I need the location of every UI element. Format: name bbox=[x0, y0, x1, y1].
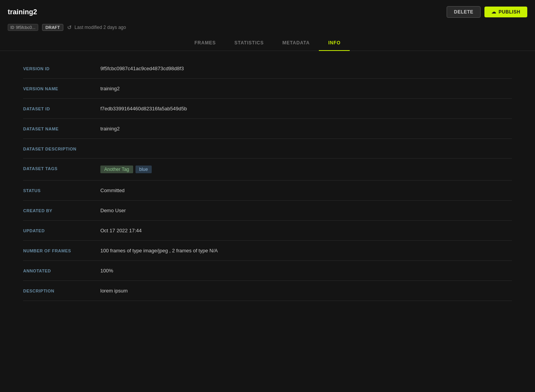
description-value: lorem ipsum bbox=[100, 288, 512, 294]
modified-label: Last modified 2 days ago bbox=[74, 25, 126, 30]
id-label: ID bbox=[10, 25, 14, 30]
delete-button[interactable]: DELETE bbox=[447, 6, 481, 18]
status-label: STATUS bbox=[23, 188, 100, 193]
version-name-value: training2 bbox=[100, 86, 512, 91]
dataset-description-row: DATASET DESCRIPTION bbox=[23, 139, 512, 159]
description-row: DESCRIPTION lorem ipsum bbox=[23, 281, 512, 301]
dataset-id-label: DATASET ID bbox=[23, 106, 100, 111]
dataset-name-label: DATASET NAME bbox=[23, 126, 100, 131]
created-by-row: CREATED BY Demo User bbox=[23, 201, 512, 221]
tags-container: Another Tag blue bbox=[100, 166, 512, 173]
number-of-frames-value: 100 frames of type image/jpeg , 2 frames… bbox=[100, 248, 512, 253]
version-id-value: 9f5fcbc0987c41ac9ced4873cd98d8f3 bbox=[100, 66, 512, 71]
publish-label: PUBLISH bbox=[499, 9, 520, 15]
created-by-label: CREATED BY bbox=[23, 208, 100, 213]
sub-header: ID 9f5fcbc0... DRAFT ↺ Last modified 2 d… bbox=[0, 24, 535, 35]
info-content: VERSION ID 9f5fcbc0987c41ac9ced4873cd98d… bbox=[0, 51, 535, 309]
tab-info[interactable]: INFO bbox=[319, 35, 350, 51]
top-bar-left: training2 bbox=[8, 8, 37, 16]
updated-row: UPDATED Oct 17 2022 17:44 bbox=[23, 221, 512, 241]
version-id-row: VERSION ID 9f5fcbc0987c41ac9ced4873cd98d… bbox=[23, 59, 512, 79]
modified-text: ↺ Last modified 2 days ago bbox=[67, 24, 126, 30]
updated-label: UPDATED bbox=[23, 228, 100, 233]
tag-blue[interactable]: blue bbox=[135, 166, 152, 173]
clock-icon: ↺ bbox=[67, 24, 72, 30]
info-table: VERSION ID 9f5fcbc0987c41ac9ced4873cd98d… bbox=[23, 59, 512, 301]
status-value: Committed bbox=[100, 188, 512, 193]
dataset-name-row: DATASET NAME training2 bbox=[23, 119, 512, 139]
version-name-label: VERSION NAME bbox=[23, 86, 100, 91]
annotated-value: 100% bbox=[100, 268, 512, 274]
top-bar-right: DELETE ☁ PUBLISH bbox=[447, 6, 527, 18]
dataset-id-value: f7edb3399164460d82316fa5ab549d5b bbox=[100, 106, 512, 112]
dataset-id-row: DATASET ID f7edb3399164460d82316fa5ab549… bbox=[23, 99, 512, 119]
tab-statistics[interactable]: STATISTICS bbox=[225, 35, 273, 51]
id-value: 9f5fcbc0... bbox=[16, 25, 36, 30]
annotated-row: ANNOTATED 100% bbox=[23, 261, 512, 281]
tab-frames[interactable]: FRAMES bbox=[185, 35, 225, 51]
version-name-row: VERSION NAME training2 bbox=[23, 79, 512, 99]
dataset-name-value: training2 bbox=[100, 126, 512, 132]
dataset-tags-row: DATASET TAGS Another Tag blue bbox=[23, 159, 512, 181]
dataset-tags-label: DATASET TAGS bbox=[23, 166, 100, 171]
updated-value: Oct 17 2022 17:44 bbox=[100, 228, 512, 233]
tab-metadata[interactable]: METADATA bbox=[273, 35, 319, 51]
tabs-bar: FRAMES STATISTICS METADATA INFO bbox=[0, 35, 535, 51]
tag-another-tag[interactable]: Another Tag bbox=[100, 166, 133, 173]
description-label: DESCRIPTION bbox=[23, 288, 100, 293]
top-bar: training2 DELETE ☁ PUBLISH bbox=[0, 0, 535, 24]
draft-badge: DRAFT bbox=[42, 24, 63, 31]
upload-icon: ☁ bbox=[491, 9, 496, 15]
created-by-value: Demo User bbox=[100, 208, 512, 213]
version-id-label: VERSION ID bbox=[23, 66, 100, 71]
id-badge: ID 9f5fcbc0... bbox=[8, 24, 38, 31]
dataset-description-label: DATASET DESCRIPTION bbox=[23, 146, 100, 151]
number-of-frames-row: NUMBER OF FRAMES 100 frames of type imag… bbox=[23, 241, 512, 261]
status-row: STATUS Committed bbox=[23, 181, 512, 201]
dataset-tags-value: Another Tag blue bbox=[100, 166, 512, 173]
annotated-label: ANNOTATED bbox=[23, 268, 100, 273]
number-of-frames-label: NUMBER OF FRAMES bbox=[23, 248, 100, 253]
page-title: training2 bbox=[8, 8, 37, 16]
publish-button[interactable]: ☁ PUBLISH bbox=[484, 7, 527, 17]
